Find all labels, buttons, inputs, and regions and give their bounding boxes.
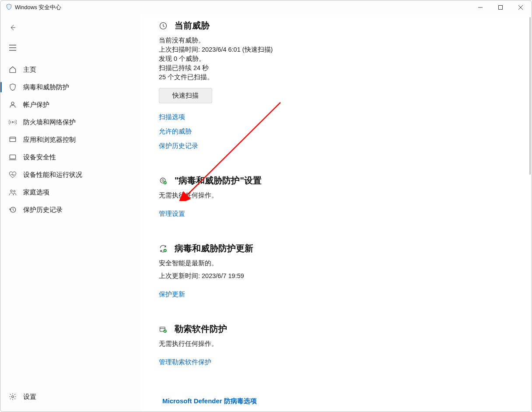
nav-label: 保护历史记录 (23, 206, 63, 214)
link-protection-updates[interactable]: 保护更新 (159, 290, 514, 299)
nav-item-virus[interactable]: 病毒和威胁防护 (0, 78, 141, 96)
nav-item-account[interactable]: 帐户保护 (0, 96, 141, 113)
section-updates: 病毒和威胁防护更新 安全智能是最新的。 上次更新时间: 2023/6/7 19:… (159, 243, 514, 299)
nav-label: 设备安全性 (23, 153, 56, 162)
section-title: 勒索软件防护 (175, 323, 227, 335)
svg-rect-1 (499, 6, 503, 10)
nav-label: 帐户保护 (23, 101, 49, 109)
nav-item-app-browser[interactable]: 应用和浏览器控制 (0, 131, 141, 148)
heart-icon (8, 170, 17, 179)
nav-label: 应用和浏览器控制 (23, 136, 76, 144)
section-title: "病毒和威胁防护"设置 (175, 175, 262, 187)
svg-point-25 (163, 329, 167, 333)
link-manage-settings[interactable]: 管理设置 (159, 210, 514, 218)
nav-label: 设置 (23, 393, 36, 401)
nav-label: 病毒和威胁防护 (23, 83, 69, 92)
updates-body: 安全智能是最新的。 (159, 259, 514, 268)
app-icon (6, 4, 12, 11)
svg-point-22 (163, 249, 167, 252)
person-icon (8, 100, 17, 109)
scrollbar[interactable] (529, 17, 531, 175)
svg-rect-12 (10, 155, 16, 159)
home-icon (8, 65, 17, 74)
section-protection-settings: "病毒和威胁防护"设置 无需执行任何操作。 管理设置 (159, 175, 514, 218)
svg-point-9 (12, 122, 14, 123)
back-button[interactable] (3, 20, 22, 35)
updates-icon (159, 244, 168, 253)
section-ransomware: 勒索软件防护 无需执行任何操作。 管理勒索软件保护 (159, 323, 514, 366)
shield-icon (8, 83, 17, 92)
nav-list: 主页 病毒和威胁防护 帐户保护 (0, 61, 141, 218)
svg-point-14 (10, 190, 13, 192)
app-window: Windows 安全中心 (0, 0, 532, 412)
threats-line: 扫描已持续 24 秒 (159, 63, 514, 73)
nav-label: 设备性能和运行状况 (23, 171, 82, 179)
nav-label: 主页 (23, 66, 36, 74)
window-title: Windows 安全中心 (15, 4, 61, 11)
threats-line: 上次扫描时间: 2023/6/4 6:01 (快速扫描) (159, 45, 514, 54)
svg-point-21 (163, 181, 167, 184)
svg-point-17 (12, 396, 14, 398)
svg-point-8 (11, 102, 14, 105)
link-defender-options[interactable]: Microsoft Defender 防病毒选项 (162, 397, 257, 405)
link-manage-ransomware[interactable]: 管理勒索软件保护 (159, 358, 514, 366)
ransomware-body: 无需执行任何操作。 (159, 339, 514, 349)
svg-point-15 (14, 190, 15, 192)
nav-item-device-security[interactable]: 设备安全性 (0, 148, 141, 166)
updates-body: 上次更新时间: 2023/6/7 19:59 (159, 271, 514, 281)
nav-item-home[interactable]: 主页 (0, 61, 141, 78)
maximize-button[interactable] (490, 0, 511, 14)
quick-scan-button[interactable]: 快速扫描 (159, 88, 212, 103)
network-icon (8, 118, 17, 127)
device-icon (8, 153, 17, 162)
section-current-threats: 当前威胁 当前没有威胁。 上次扫描时间: 2023/6/4 6:01 (快速扫描… (159, 20, 514, 150)
nav-item-firewall[interactable]: 防火墙和网络保护 (0, 113, 141, 131)
settings-body: 无需执行任何操作。 (159, 191, 514, 200)
history-icon (8, 205, 17, 214)
gear-icon (8, 392, 17, 401)
nav-label: 家庭选项 (23, 188, 49, 197)
threats-icon (159, 21, 168, 30)
main-content: 当前威胁 当前没有威胁。 上次扫描时间: 2023/6/4 6:01 (快速扫描… (141, 14, 532, 412)
minimize-button[interactable] (470, 0, 490, 14)
app-icon (8, 135, 17, 144)
link-protection-history[interactable]: 保护历史记录 (159, 142, 514, 150)
title-bar: Windows 安全中心 (0, 0, 532, 14)
link-scan-options[interactable]: 扫描选项 (159, 113, 514, 121)
threats-line: 发现 0 个威胁。 (159, 54, 514, 63)
nav-item-family[interactable]: 家庭选项 (0, 183, 141, 201)
threats-line: 当前没有威胁。 (159, 36, 514, 45)
settings-section-icon (159, 176, 168, 185)
sidebar: 主页 病毒和威胁防护 帐户保护 (0, 14, 141, 412)
link-allowed-threats[interactable]: 允许的威胁 (159, 127, 514, 136)
button-label: 快速扫描 (172, 92, 199, 100)
nav-item-settings[interactable]: 设置 (0, 388, 141, 405)
close-button[interactable] (511, 0, 531, 14)
nav-item-health[interactable]: 设备性能和运行状况 (0, 166, 141, 183)
svg-rect-10 (10, 137, 16, 142)
section-title: 当前威胁 (175, 20, 210, 32)
svg-point-20 (162, 180, 164, 181)
family-icon (8, 188, 17, 197)
threats-line: 25 个文件已扫描。 (159, 73, 514, 82)
section-title: 病毒和威胁防护更新 (175, 243, 253, 254)
nav-label: 防火墙和网络保护 (23, 118, 76, 127)
nav-menu-button[interactable] (3, 40, 22, 56)
ransomware-icon (159, 325, 168, 334)
nav-item-history[interactable]: 保护历史记录 (0, 201, 141, 218)
